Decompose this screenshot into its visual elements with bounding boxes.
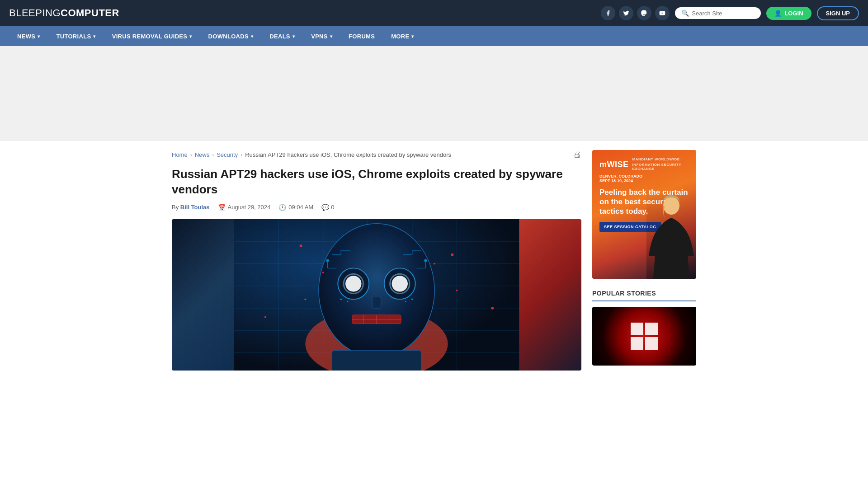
chevron-down-icon: ▾ bbox=[330, 34, 332, 39]
svg-point-42 bbox=[663, 197, 679, 215]
main-container: Home › News › Security › Russian APT29 h… bbox=[163, 141, 705, 371]
svg-point-15 bbox=[326, 259, 329, 262]
hero-svg bbox=[172, 219, 581, 371]
by-label: By Bill Toulas bbox=[172, 204, 210, 211]
windows-logo-icon bbox=[630, 322, 659, 351]
sidebar: mWISE MANDIANT WORLDWIDE INFORMATION SEC… bbox=[592, 150, 696, 371]
calendar-icon: 📅 bbox=[218, 204, 226, 211]
svg-point-31 bbox=[304, 298, 306, 300]
svg-point-36 bbox=[264, 316, 266, 318]
facebook-icon[interactable] bbox=[601, 6, 615, 20]
chevron-down-icon: ▾ bbox=[251, 34, 253, 39]
chevron-down-icon: ▾ bbox=[189, 34, 192, 39]
search-icon: 🔍 bbox=[681, 9, 689, 17]
comment-icon: 💬 bbox=[321, 204, 329, 211]
ad-brand-details: MANDIANT WORLDWIDE INFORMATION SECURITY … bbox=[632, 157, 689, 172]
nav-forums[interactable]: FORUMS bbox=[340, 26, 383, 46]
popular-story-image[interactable] bbox=[592, 307, 696, 366]
login-button[interactable]: 👤 LOGIN bbox=[766, 7, 811, 20]
main-nav: NEWS ▾ TUTORIALS ▾ VIRUS REMOVAL GUIDES … bbox=[0, 26, 868, 46]
popular-stories: POPULAR STORIES bbox=[592, 290, 696, 366]
svg-point-34 bbox=[434, 263, 435, 264]
svg-rect-23 bbox=[372, 297, 381, 308]
breadcrumb-left: Home › News › Security › Russian APT29 h… bbox=[172, 151, 451, 158]
breadcrumb-sep: › bbox=[241, 152, 242, 158]
ad-banner bbox=[0, 46, 868, 141]
breadcrumb: Home › News › Security › Russian APT29 h… bbox=[172, 150, 581, 160]
article-title: Russian APT29 hackers use iOS, Chrome ex… bbox=[172, 167, 581, 197]
signup-button[interactable]: SIGN UP bbox=[817, 6, 859, 20]
article-hero-image bbox=[172, 219, 581, 371]
header-right: 🔍 👤 LOGIN SIGN UP bbox=[601, 6, 859, 20]
chevron-down-icon: ▾ bbox=[93, 34, 95, 39]
svg-point-39 bbox=[347, 300, 348, 302]
svg-point-16 bbox=[424, 259, 427, 262]
svg-rect-37 bbox=[332, 350, 421, 370]
svg-point-40 bbox=[411, 298, 413, 300]
mastodon-icon[interactable] bbox=[637, 6, 651, 20]
breadcrumb-home[interactable]: Home bbox=[172, 151, 188, 158]
svg-point-35 bbox=[491, 307, 494, 310]
clock-icon: 🕐 bbox=[278, 204, 286, 211]
breadcrumb-security[interactable]: Security bbox=[217, 151, 238, 158]
breadcrumb-sep: › bbox=[190, 152, 192, 158]
svg-rect-44 bbox=[645, 323, 658, 335]
breadcrumb-current: Russian APT29 hackers use iOS, Chrome ex… bbox=[245, 151, 451, 158]
svg-rect-45 bbox=[631, 337, 643, 350]
svg-point-30 bbox=[451, 253, 454, 256]
popular-stories-title: POPULAR STORIES bbox=[592, 290, 696, 301]
ad-location: DENVER, COLORADOSEPT 18-19, 2024 bbox=[599, 174, 689, 183]
print-icon[interactable]: 🖨 bbox=[573, 150, 581, 160]
svg-point-32 bbox=[456, 289, 458, 291]
article-time: 🕐 09:04 AM bbox=[278, 204, 313, 211]
svg-point-21 bbox=[392, 276, 408, 291]
social-icons bbox=[601, 6, 670, 20]
nav-vpns[interactable]: VPNS ▾ bbox=[303, 26, 340, 46]
breadcrumb-sep: › bbox=[212, 152, 214, 158]
svg-point-19 bbox=[345, 276, 361, 291]
comment-count: 💬 0 bbox=[321, 204, 334, 211]
chevron-down-icon: ▾ bbox=[411, 34, 414, 39]
content-area: Home › News › Security › Russian APT29 h… bbox=[172, 150, 581, 371]
nav-deals[interactable]: DEALS ▾ bbox=[261, 26, 303, 46]
nav-downloads[interactable]: DOWNLOADS ▾ bbox=[200, 26, 262, 46]
svg-rect-43 bbox=[631, 323, 643, 335]
author-link[interactable]: Bill Toulas bbox=[180, 204, 210, 211]
nav-more[interactable]: MORE ▾ bbox=[383, 26, 422, 46]
ad-person-image bbox=[646, 188, 696, 279]
breadcrumb-news[interactable]: News bbox=[195, 151, 210, 158]
svg-point-41 bbox=[405, 300, 406, 302]
svg-rect-46 bbox=[645, 337, 658, 350]
sidebar-ad: mWISE MANDIANT WORLDWIDE INFORMATION SEC… bbox=[592, 150, 696, 279]
search-input[interactable] bbox=[692, 10, 755, 17]
ad-brand: mWISE MANDIANT WORLDWIDE INFORMATION SEC… bbox=[599, 157, 689, 172]
svg-point-14 bbox=[319, 223, 434, 357]
nav-news[interactable]: NEWS ▾ bbox=[9, 26, 48, 46]
site-logo[interactable]: BLEEPINGCOMPUTER bbox=[9, 7, 119, 19]
svg-point-38 bbox=[340, 298, 342, 300]
search-bar: 🔍 bbox=[675, 7, 761, 19]
twitter-icon[interactable] bbox=[619, 6, 633, 20]
youtube-icon[interactable] bbox=[655, 6, 670, 20]
article-meta: By Bill Toulas 📅 August 29, 2024 🕐 09:04… bbox=[172, 204, 581, 211]
site-header: BLEEPINGCOMPUTER 🔍 👤 LOGIN SIGN UP bbox=[0, 0, 868, 26]
user-icon: 👤 bbox=[774, 10, 782, 17]
chevron-down-icon: ▾ bbox=[292, 34, 295, 39]
nav-virus-removal[interactable]: VIRUS REMOVAL GUIDES ▾ bbox=[104, 26, 200, 46]
svg-point-33 bbox=[322, 272, 324, 273]
article-date: 📅 August 29, 2024 bbox=[218, 204, 271, 211]
nav-tutorials[interactable]: TUTORIALS ▾ bbox=[48, 26, 104, 46]
svg-point-29 bbox=[300, 244, 302, 247]
chevron-down-icon: ▾ bbox=[38, 34, 40, 39]
